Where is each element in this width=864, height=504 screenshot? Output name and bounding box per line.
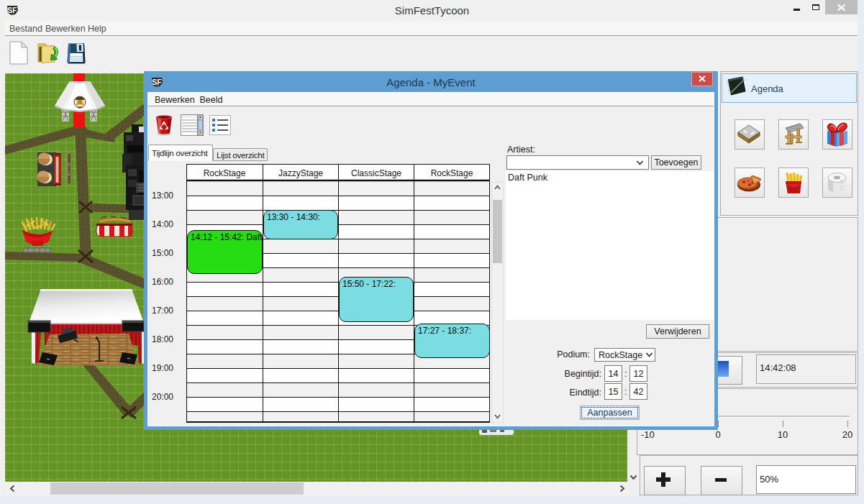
svg-text:JazzyStage: JazzyStage — [278, 168, 323, 178]
svg-text:ClassicStage: ClassicStage — [351, 168, 401, 178]
svg-text:RockStage: RockStage — [204, 168, 246, 178]
svg-text:RockStage: RockStage — [431, 168, 473, 178]
